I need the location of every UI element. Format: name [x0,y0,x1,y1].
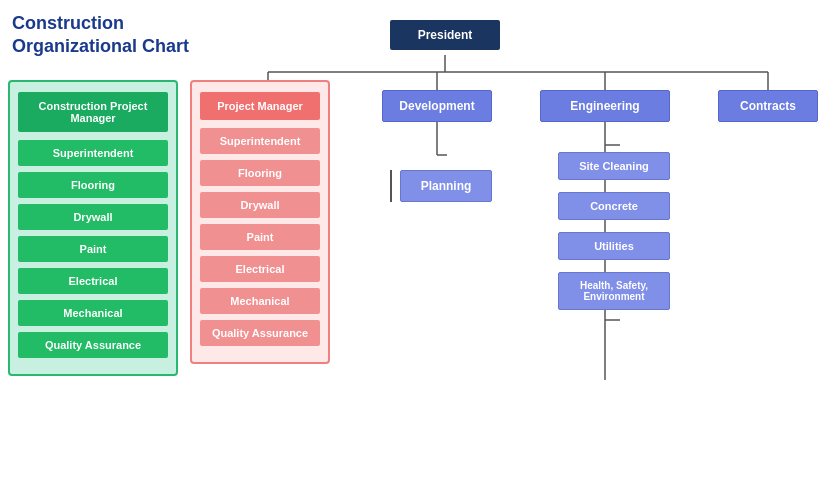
list-item: Site Cleaning [558,152,670,180]
list-item: Electrical [18,268,168,294]
engineering-box: Engineering [540,90,670,122]
list-item: Electrical [200,256,320,282]
list-item: Mechanical [18,300,168,326]
planning-box: Planning [400,170,492,202]
engineering-section: Engineering Site Cleaning Concrete Utili… [540,90,670,316]
list-item: Quality Assurance [18,332,168,358]
list-item: Paint [200,224,320,250]
development-section: Development Planning [382,90,492,202]
contracts-box: Contracts [718,90,818,122]
list-item: Flooring [18,172,168,198]
development-box: Development [382,90,492,122]
title-line2: Organizational Chart [12,36,189,56]
list-item: Paint [18,236,168,262]
list-item: Utilities [558,232,670,260]
pink-section: Project Manager Superintendent Flooring … [190,80,330,364]
title-line1: Construction [12,13,124,33]
green-header: Construction Project Manager [18,92,168,132]
list-item: Quality Assurance [200,320,320,346]
list-item: Concrete [558,192,670,220]
list-item: Superintendent [18,140,168,166]
list-item: Flooring [200,160,320,186]
list-item: Superintendent [200,128,320,154]
page: Construction Organizational Chart [0,0,833,504]
green-section: Construction Project Manager Superintend… [8,80,178,376]
list-item: Mechanical [200,288,320,314]
president-box: President [390,20,500,50]
list-item: Drywall [200,192,320,218]
list-item: Health, Safety, Environment [558,272,670,310]
pink-header: Project Manager [200,92,320,120]
chart-title: Construction Organizational Chart [12,12,192,59]
president-label: President [418,28,473,42]
list-item: Drywall [18,204,168,230]
